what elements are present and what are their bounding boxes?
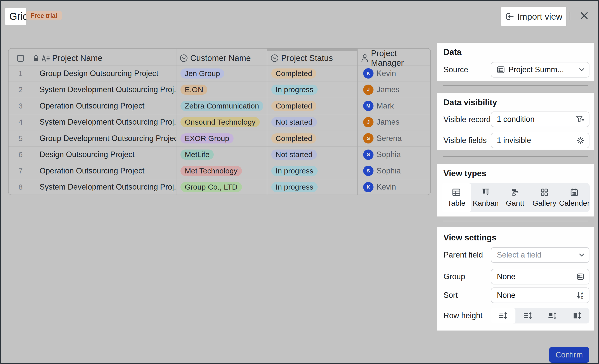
project-status-cell[interactable]: In progress	[267, 166, 357, 176]
column-header-project-status[interactable]: Project Status	[267, 53, 357, 63]
parent-field-select[interactable]: Select a field	[491, 247, 589, 263]
view-type-gallery[interactable]: Gallery	[530, 183, 559, 212]
table-row[interactable]: 6 Design Outsourcing Project MetLife Not…	[9, 147, 430, 163]
manager-avatar: M	[363, 101, 373, 111]
project-status-cell[interactable]: In progress	[267, 182, 357, 192]
table-row[interactable]: 5 Group Development Outsourcing Project …	[9, 130, 430, 147]
manager-name: James	[377, 85, 399, 94]
column-header-customer-name[interactable]: Customer Name	[176, 53, 267, 63]
project-status-cell[interactable]: Not started	[267, 150, 357, 160]
manager-avatar: J	[363, 117, 373, 127]
view-type-calendar[interactable]: Calender	[559, 183, 590, 212]
row-height-extra-tall[interactable]	[565, 308, 589, 323]
visible-fields-label: Visible fields	[443, 136, 487, 145]
table-row[interactable]: 1 Group Design Outsourcing Project Jen G…	[9, 65, 430, 82]
select-all-checkbox[interactable]	[17, 55, 24, 62]
row-height-medium[interactable]	[515, 308, 540, 323]
visible-records-button[interactable]: 1 condition	[491, 112, 589, 127]
view-type-table[interactable]: Table	[442, 183, 471, 212]
customer-name-cell[interactable]: Zebra Communication	[176, 101, 267, 111]
sort-value: None	[497, 291, 573, 300]
import-view-label: Import view	[517, 12, 563, 22]
table-view-icon	[452, 188, 461, 197]
column-divider	[176, 49, 176, 195]
project-name-cell[interactable]: Design Outsourcing Project	[32, 150, 176, 159]
visible-records-value: 1 condition	[497, 115, 572, 124]
person-icon	[361, 54, 368, 62]
lock-icon	[33, 55, 39, 62]
manager-avatar: S	[363, 166, 373, 176]
view-type-kanban[interactable]: Kanban	[471, 183, 501, 212]
manager-name: Kevin	[377, 183, 396, 192]
status-tag: Not started	[271, 117, 317, 127]
sort-button[interactable]: None A Z	[491, 287, 589, 303]
customer-name-cell[interactable]: Met Technology	[176, 166, 267, 176]
view-settings-section: View settings Parent field Select a fiel…	[437, 227, 594, 331]
table-row[interactable]: 4 System Development Outsourcing Proj...…	[9, 114, 430, 131]
customer-name-cell[interactable]: Onsound Technology	[176, 117, 267, 127]
source-label: Source	[443, 65, 468, 74]
table-row[interactable]: 8 System Development Outsourcing Proj...…	[9, 179, 430, 195]
project-manager-cell[interactable]: J James	[357, 117, 431, 127]
manager-name: Sophia	[377, 166, 401, 175]
customer-tag: MetLife	[180, 150, 214, 160]
confirm-button[interactable]: Confirm	[549, 347, 589, 363]
project-manager-cell[interactable]: S Sophia	[357, 166, 431, 176]
manager-avatar: K	[363, 68, 373, 79]
project-name-cell[interactable]: Operation Outsourcing Project	[32, 101, 176, 111]
row-height-short[interactable]	[491, 308, 515, 323]
table-row[interactable]: 2 System Development Outsourcing Proj...…	[9, 82, 430, 98]
customer-name-cell[interactable]: E.ON	[176, 85, 267, 95]
table-row[interactable]: 3 Operation Outsourcing Project Zebra Co…	[9, 98, 430, 114]
row-height-switcher	[491, 308, 589, 323]
calendar-view-icon	[570, 188, 579, 197]
project-name-cell[interactable]: System Development Outsourcing Proj...	[32, 85, 176, 94]
project-manager-cell[interactable]: J James	[357, 85, 431, 95]
project-manager-cell[interactable]: M Mark	[357, 101, 431, 111]
column-header-project-manager[interactable]: Project Manager	[357, 49, 431, 68]
manager-avatar: K	[363, 182, 373, 192]
project-name-cell[interactable]: Group Development Outsourcing Project	[32, 134, 176, 143]
source-select[interactable]: Project Summ...	[491, 62, 589, 78]
records-table: Project Name Customer Name Project Statu…	[8, 48, 431, 195]
project-manager-cell[interactable]: S Sophia	[357, 150, 431, 160]
row-height-tall-icon	[548, 312, 557, 320]
view-type-gantt[interactable]: Gantt	[500, 183, 530, 212]
view-config-screen: Grid Free trial Import view	[0, 0, 599, 364]
project-manager-cell[interactable]: K Kevin	[357, 182, 431, 192]
customer-name-cell[interactable]: Group Co., LTD	[176, 182, 267, 192]
visible-fields-button[interactable]: 1 invisible	[491, 133, 589, 148]
project-status-cell[interactable]: Completed	[267, 101, 357, 111]
row-height-extra-tall-icon	[572, 312, 582, 320]
customer-name-cell[interactable]: EXOR Group	[176, 133, 267, 143]
sort-az-icon: A Z	[576, 291, 584, 299]
project-status-cell[interactable]: Completed	[267, 133, 357, 143]
customer-name-cell[interactable]: MetLife	[176, 150, 267, 160]
project-name-cell[interactable]: Group Design Outsourcing Project	[32, 69, 176, 78]
close-button[interactable]	[579, 10, 589, 21]
column-header-project-name[interactable]: Project Name	[32, 53, 176, 63]
table-row[interactable]: 7 Operation Outsourcing Project Met Tech…	[9, 163, 430, 179]
import-view-button[interactable]: Import view	[501, 7, 566, 26]
view-type-label: Calender	[559, 199, 590, 207]
project-manager-cell[interactable]: S Serena	[357, 133, 431, 143]
confirm-label: Confirm	[555, 350, 583, 359]
project-name-cell[interactable]: Operation Outsourcing Project	[32, 166, 176, 175]
project-status-cell[interactable]: Not started	[267, 117, 357, 127]
view-settings-title: View settings	[443, 233, 496, 242]
view-title-input[interactable]: Grid	[5, 8, 26, 25]
free-trial-badge: Free trial	[26, 11, 62, 20]
project-name-cell[interactable]: System Development Outsourcing Proj...	[32, 118, 176, 127]
project-status-cell[interactable]: Completed	[267, 68, 357, 79]
project-name-cell[interactable]: System Development Outsourcing Proj...	[32, 183, 176, 192]
project-manager-cell[interactable]: K Kevin	[357, 68, 431, 79]
status-tag: Completed	[271, 68, 316, 79]
column-label: Project Status	[281, 53, 333, 63]
kanban-view-icon	[481, 188, 490, 197]
view-type-label: Table	[447, 199, 465, 207]
status-tag: In progress	[271, 166, 318, 176]
project-status-cell[interactable]: In progress	[267, 85, 357, 95]
group-button[interactable]: None	[491, 269, 589, 284]
row-height-tall[interactable]	[540, 308, 565, 323]
customer-name-cell[interactable]: Jen Group	[176, 68, 267, 79]
